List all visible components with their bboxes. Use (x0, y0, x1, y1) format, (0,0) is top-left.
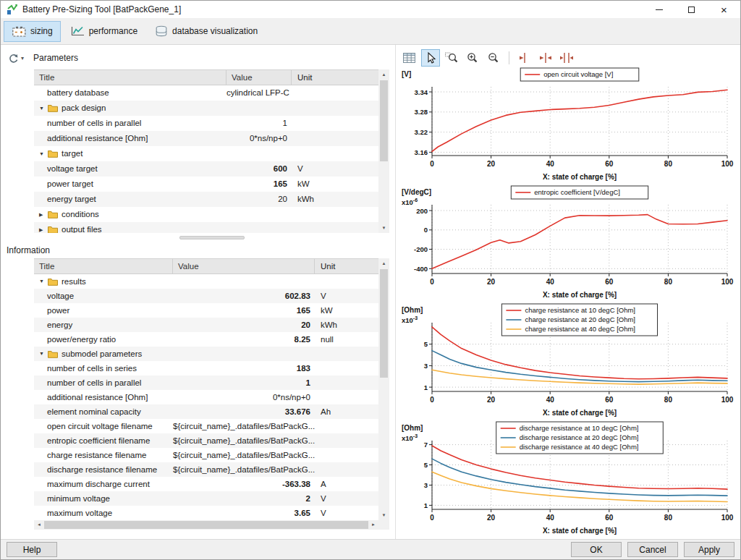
row-value[interactable]: 165 (226, 177, 292, 192)
column-header-value[interactable]: Value (173, 259, 315, 273)
table-row[interactable]: energy20kWh (34, 318, 378, 332)
row-title: charge resistance filename (47, 448, 146, 462)
chart-discharge-resistance[interactable]: 0204060801001357[Ohm]x10-3X: state of ch… (397, 420, 740, 538)
zoom-region-button[interactable] (442, 49, 461, 67)
scroll-up-icon[interactable]: ▲ (378, 69, 389, 80)
table-row[interactable]: ▼target (34, 146, 378, 161)
row-title: open circuit voltage filename (47, 419, 153, 433)
row-unit: null (315, 332, 378, 347)
chart-entropic-coefficient[interactable]: 020406080100-400-2000200[V/degC]x10-6X: … (397, 184, 740, 302)
column-header-title[interactable]: Title (34, 70, 226, 85)
row-value: 183 (173, 361, 315, 376)
table-row[interactable]: power165kW (34, 303, 378, 318)
vertical-scrollbar[interactable]: ▲ ▼ (378, 258, 389, 520)
table-row[interactable]: discharge resistance filename${circuit_n… (34, 462, 378, 477)
table-row[interactable]: ▶output files (34, 222, 378, 233)
marker-delta-button[interactable] (557, 49, 576, 67)
table-row[interactable]: minimum voltage2V (34, 491, 378, 506)
table-row[interactable]: number of cells in parallel1 (34, 116, 378, 131)
scroll-thumb[interactable] (380, 80, 388, 161)
table-row[interactable]: power target165kW (34, 177, 378, 192)
chevron-down-icon: ▾ (21, 55, 24, 61)
ok-button[interactable]: OK (571, 542, 622, 557)
table-view-button[interactable] (400, 49, 419, 67)
maximize-button[interactable] (675, 1, 708, 18)
chart-charge-resistance[interactable]: 020406080100135[Ohm]x10-3X: state of cha… (397, 302, 740, 420)
row-value[interactable]: 0*ns/np+0 (226, 131, 292, 146)
scroll-left-icon[interactable]: ◄ (34, 520, 44, 530)
table-row[interactable]: number of cells in series183 (34, 361, 378, 376)
svg-text:60: 60 (605, 396, 614, 404)
scroll-down-icon[interactable]: ▼ (378, 223, 389, 233)
close-button[interactable]: × (708, 1, 740, 18)
table-row[interactable]: charge resistance filename${circuit_name… (34, 448, 378, 462)
row-value[interactable]: 1 (226, 116, 292, 131)
table-row[interactable]: additional resistance [Ohm]0*ns/np+0 (34, 131, 378, 146)
refresh-button[interactable]: ▾ (5, 51, 26, 65)
svg-text:60: 60 (605, 160, 614, 168)
table-row[interactable]: ▼results (34, 274, 378, 289)
column-header-unit[interactable]: Unit (315, 259, 378, 273)
marker-single-button[interactable] (515, 49, 534, 67)
scroll-thumb[interactable] (44, 521, 368, 529)
chart-open-circuit-voltage[interactable]: 0204060801003.163.223.283.34[V]X: state … (397, 67, 740, 184)
collapse-arrow-icon[interactable]: ▼ (39, 274, 47, 289)
table-row[interactable]: number of cells in parallel1 (34, 376, 378, 390)
table-row[interactable]: voltage target600V (34, 161, 378, 177)
zoom-out-button[interactable] (484, 49, 503, 67)
minimize-button[interactable] (643, 1, 675, 18)
table-row[interactable]: entropic coefficient filename${circuit_n… (34, 433, 378, 448)
svg-text:3.34: 3.34 (415, 88, 428, 96)
table-row[interactable]: element nominal capacity33.676Ah (34, 404, 378, 419)
scroll-up-icon[interactable]: ▲ (378, 258, 389, 268)
svg-text:x10-6: x10-6 (402, 198, 418, 206)
table-row[interactable]: battery databasecylindrical LFP-C (34, 85, 378, 101)
column-header-value[interactable]: Value (226, 70, 292, 85)
svg-text:charge resistance at 10 degC [: charge resistance at 10 degC [Ohm] (525, 306, 635, 314)
table-row[interactable]: power/energy ratio8.25null (34, 332, 378, 347)
collapse-arrow-icon[interactable]: ▼ (39, 347, 47, 361)
cancel-button[interactable]: Cancel (627, 542, 678, 557)
table-row[interactable]: voltage602.83V (34, 289, 378, 303)
scroll-down-icon[interactable]: ▼ (378, 510, 389, 520)
row-value[interactable]: 600 (226, 161, 292, 177)
pointer-tool-button[interactable] (421, 49, 440, 67)
collapse-arrow-icon[interactable]: ▼ (39, 146, 47, 161)
row-title: submodel parameters (62, 347, 142, 361)
row-unit (315, 361, 378, 376)
table-row[interactable]: maximum discharge current-363.38A (34, 477, 378, 491)
scroll-right-icon[interactable]: ► (368, 520, 378, 530)
svg-text:20: 20 (487, 278, 496, 286)
row-value[interactable]: cylindrical LFP-C (226, 85, 292, 101)
splitter-handle[interactable] (34, 233, 389, 242)
tab-database-visualization[interactable]: database visualization (147, 21, 266, 42)
table-row[interactable]: ▼pack design (34, 101, 378, 116)
row-value[interactable]: 20 (226, 192, 292, 207)
zoom-in-button[interactable] (463, 49, 482, 67)
table-row[interactable]: maximum voltage3.65V (34, 506, 378, 520)
horizontal-scrollbar[interactable]: ◄ ► (34, 520, 378, 530)
expand-arrow-icon[interactable]: ▶ (39, 222, 47, 233)
marker-delta-icon (559, 51, 574, 64)
help-button[interactable]: Help (7, 542, 57, 557)
vertical-scrollbar[interactable]: ▲ ▼ (378, 69, 389, 233)
svg-text:1: 1 (424, 383, 428, 391)
expand-arrow-icon[interactable]: ▶ (39, 207, 47, 222)
table-row[interactable]: energy target20kWh (34, 192, 378, 207)
column-header-title[interactable]: Title (34, 259, 173, 273)
maximize-icon (688, 7, 695, 13)
row-value (226, 207, 292, 222)
tab-sizing[interactable]: sizing (4, 21, 61, 42)
row-value: 20 (173, 318, 315, 332)
collapse-arrow-icon[interactable]: ▼ (39, 101, 47, 116)
marker-snap-button[interactable] (536, 49, 555, 67)
tab-performance[interactable]: performance (62, 21, 145, 42)
table-row[interactable]: open circuit voltage filename${circuit_n… (34, 419, 378, 433)
table-row[interactable]: ▶conditions (34, 207, 378, 222)
column-header-unit[interactable]: Unit (292, 70, 378, 85)
table-row[interactable]: ▼submodel parameters (34, 347, 378, 361)
table-row[interactable]: additional resistance [Ohm]0*ns/np+0 (34, 390, 378, 404)
row-unit: V (315, 491, 378, 506)
apply-button[interactable]: Apply (684, 542, 734, 557)
scroll-thumb[interactable] (380, 269, 388, 378)
